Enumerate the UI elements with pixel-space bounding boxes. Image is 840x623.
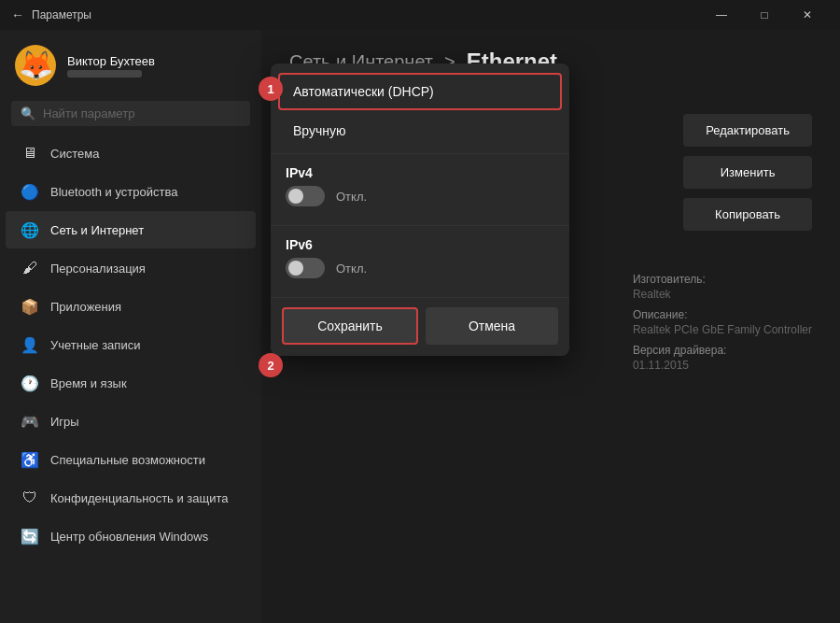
sidebar: 🦊 Виктор Бухтеев 🔍 🖥 Система 🔵 Bluetooth… (0, 30, 261, 623)
sidebar-item-label: Специальные возможности (50, 453, 205, 467)
ipv6-title: IPv6 (286, 237, 554, 252)
ipv4-toggle-row: Откл. (286, 186, 554, 206)
sidebar-nav: 🖥 Система 🔵 Bluetooth и устройства 🌐 Сет… (0, 134, 261, 623)
sidebar-item-personalization[interactable]: 🖌 Персонализация (6, 249, 256, 287)
avatar-emoji: 🦊 (19, 51, 53, 79)
right-buttons: Редактировать Изменить Копировать (683, 114, 812, 231)
system-icon: 🖥 (21, 144, 39, 163)
badge-1: 1 (259, 77, 283, 101)
change-button[interactable]: Изменить (683, 156, 812, 189)
save-button[interactable]: Сохранить (282, 307, 418, 345)
cancel-button[interactable]: Отмена (426, 307, 558, 345)
accounts-icon: 👤 (21, 335, 39, 354)
sidebar-item-time[interactable]: 🕐 Время и язык (6, 364, 256, 402)
sidebar-item-accounts[interactable]: 👤 Учетные записи (6, 326, 256, 363)
sidebar-item-label: Конфиденциальность и защита (50, 491, 229, 505)
sidebar-user: 🦊 Виктор Бухтеев (0, 30, 261, 97)
driver-value: 01.11.2015 (633, 359, 812, 372)
manufacturer-label: Изготовитель: (633, 273, 812, 286)
user-info: Виктор Бухтеев (67, 54, 155, 78)
username: Виктор Бухтеев (67, 54, 155, 68)
ipv6-toggle[interactable] (286, 258, 325, 278)
sidebar-item-label: Bluetooth и устройства (50, 185, 177, 199)
sidebar-item-label: Время и язык (50, 376, 127, 390)
time-icon: 🕐 (21, 374, 39, 392)
sidebar-item-label: Персонализация (50, 262, 146, 276)
sidebar-item-update[interactable]: 🔄 Центр обновления Windows (6, 517, 256, 555)
search-box[interactable]: 🔍 (11, 101, 250, 126)
sidebar-item-network[interactable]: 🌐 Сеть и Интернет (6, 211, 256, 248)
apps-icon: 📦 (21, 297, 39, 316)
ipv6-section: IPv6 Откл. (271, 225, 569, 297)
search-icon: 🔍 (21, 106, 35, 120)
copy-button[interactable]: Копировать (683, 198, 812, 231)
avatar: 🦊 (15, 45, 56, 86)
search-input[interactable] (43, 106, 241, 120)
sidebar-item-label: Центр обновления Windows (50, 530, 208, 544)
description-label: Описание: (633, 308, 812, 321)
titlebar: ← Параметры — □ ✕ (0, 0, 840, 30)
network-icon: 🌐 (21, 220, 39, 239)
sidebar-item-label: Система (50, 147, 99, 161)
maximize-button[interactable]: □ (743, 0, 786, 30)
edit-button[interactable]: Редактировать (683, 114, 812, 147)
bluetooth-icon: 🔵 (21, 182, 39, 201)
sidebar-item-accessibility[interactable]: ♿ Специальные возможности (6, 441, 256, 478)
sidebar-item-label: Игры (50, 415, 79, 429)
personalization-icon: 🖌 (21, 259, 39, 277)
manufacturer-value: Realtek (633, 288, 812, 301)
overlay-buttons: Сохранить Отмена (271, 297, 569, 356)
titlebar-controls: — □ ✕ (700, 0, 829, 30)
titlebar-title: Параметры (32, 8, 91, 21)
sidebar-item-apps[interactable]: 📦 Приложения (6, 288, 256, 325)
accessibility-icon: ♿ (21, 450, 39, 469)
ipv6-status: Откл. (336, 262, 367, 276)
back-arrow-icon[interactable]: ← (11, 7, 24, 22)
ipv4-title: IPv4 (286, 165, 554, 180)
minimize-button[interactable]: — (700, 0, 743, 30)
ipv4-toggle[interactable] (286, 186, 325, 206)
dropdown-item-manual[interactable]: Вручную (278, 114, 562, 148)
dropdown-section: Автоматически (DHCP) Вручную (271, 64, 569, 153)
sidebar-item-label: Приложения (50, 300, 121, 314)
description-value: Realtek PCIe GbE Family Controller (633, 323, 812, 336)
driver-label: Версия драйвера: (633, 344, 812, 357)
titlebar-left: ← Параметры (11, 7, 91, 22)
user-subtitle (67, 70, 142, 78)
sidebar-item-bluetooth[interactable]: 🔵 Bluetooth и устройства (6, 173, 256, 210)
badge-2: 2 (259, 353, 283, 377)
sidebar-item-label: Сеть и Интернет (50, 223, 144, 237)
sidebar-item-system[interactable]: 🖥 Система (6, 135, 256, 172)
close-button[interactable]: ✕ (786, 0, 829, 30)
sidebar-item-games[interactable]: 🎮 Игры (6, 403, 256, 440)
ipv6-toggle-row: Откл. (286, 258, 554, 278)
sidebar-item-label: Учетные записи (50, 338, 140, 352)
ipv4-status: Откл. (336, 190, 367, 204)
dropdown-item-dhcp[interactable]: Автоматически (DHCP) (278, 73, 562, 110)
privacy-icon: 🛡 (21, 488, 39, 507)
update-icon: 🔄 (21, 527, 39, 545)
info-section: Изготовитель: Realtek Описание: Realtek … (633, 273, 812, 379)
sidebar-item-privacy[interactable]: 🛡 Конфиденциальность и защита (6, 479, 256, 517)
ipv4-section: IPv4 Откл. (271, 153, 569, 225)
overlay-panel: Автоматически (DHCP) Вручную IPv4 Откл. … (271, 64, 569, 356)
games-icon: 🎮 (21, 412, 39, 431)
